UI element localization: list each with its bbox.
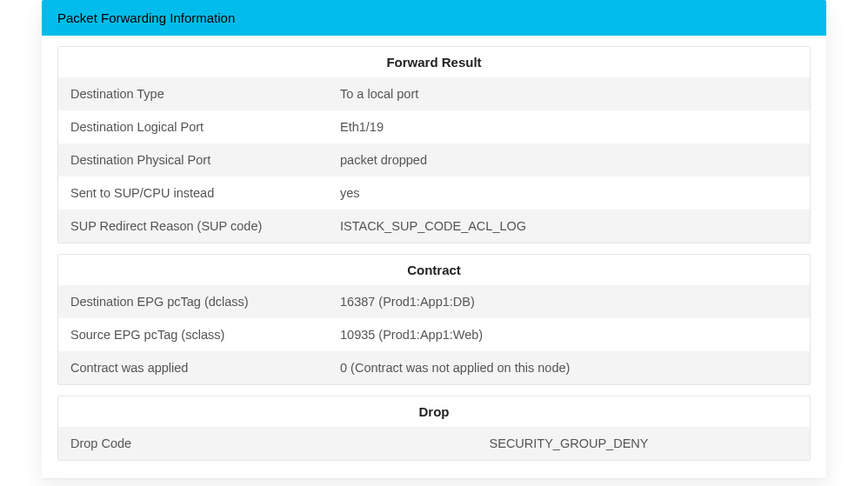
table-row: SUP Redirect Reason (SUP code) ISTACK_SU…	[58, 210, 810, 243]
row-key: Destination Physical Port	[70, 153, 340, 167]
row-val: To a local port	[340, 87, 798, 101]
table-row: Destination Logical Port Eth1/19	[58, 110, 810, 143]
section-contract: Contract Destination EPG pcTag (dclass) …	[57, 254, 811, 385]
section-title-contract: Contract	[58, 255, 810, 285]
table-row: Source EPG pcTag (sclass) 10935 (Prod1:A…	[58, 318, 810, 351]
section-title-forward: Forward Result	[58, 47, 810, 77]
row-key: Destination Logical Port	[70, 120, 340, 134]
row-val: Eth1/19	[340, 120, 798, 134]
panel-title: Packet Forwarding Information	[57, 10, 235, 25]
row-val: 16387 (Prod1:App1:DB)	[340, 295, 798, 309]
row-val: packet dropped	[340, 153, 798, 167]
row-val: ISTACK_SUP_CODE_ACL_LOG	[340, 219, 798, 233]
row-val: yes	[340, 186, 798, 200]
row-val: 0 (Contract was not applied on this node…	[340, 361, 798, 375]
row-val: 10935 (Prod1:App1:Web)	[340, 328, 798, 342]
table-row: Sent to SUP/CPU instead yes	[58, 176, 810, 210]
section-drop: Drop Drop Code SECURITY_GROUP_DENY	[57, 396, 811, 461]
section-title-drop: Drop	[58, 396, 810, 427]
table-row: Drop Code SECURITY_GROUP_DENY	[58, 427, 810, 460]
row-key: Source EPG pcTag (sclass)	[70, 328, 340, 342]
section-forward-result: Forward Result Destination Type To a loc…	[57, 46, 811, 243]
table-row: Destination Physical Port packet dropped	[58, 143, 810, 176]
row-key: Contract was applied	[70, 361, 340, 375]
row-val: SECURITY_GROUP_DENY	[340, 436, 798, 450]
row-key: SUP Redirect Reason (SUP code)	[70, 219, 340, 233]
row-key: Drop Code	[70, 436, 340, 450]
table-row: Destination EPG pcTag (dclass) 16387 (Pr…	[58, 285, 810, 318]
row-key: Sent to SUP/CPU instead	[70, 186, 340, 200]
panel-header: Packet Forwarding Information	[42, 0, 826, 36]
table-row: Destination Type To a local port	[58, 77, 810, 110]
packet-forwarding-panel: Packet Forwarding Information Forward Re…	[42, 0, 826, 478]
row-key: Destination EPG pcTag (dclass)	[70, 295, 340, 309]
row-key: Destination Type	[70, 87, 340, 101]
table-row: Contract was applied 0 (Contract was not…	[58, 351, 810, 384]
